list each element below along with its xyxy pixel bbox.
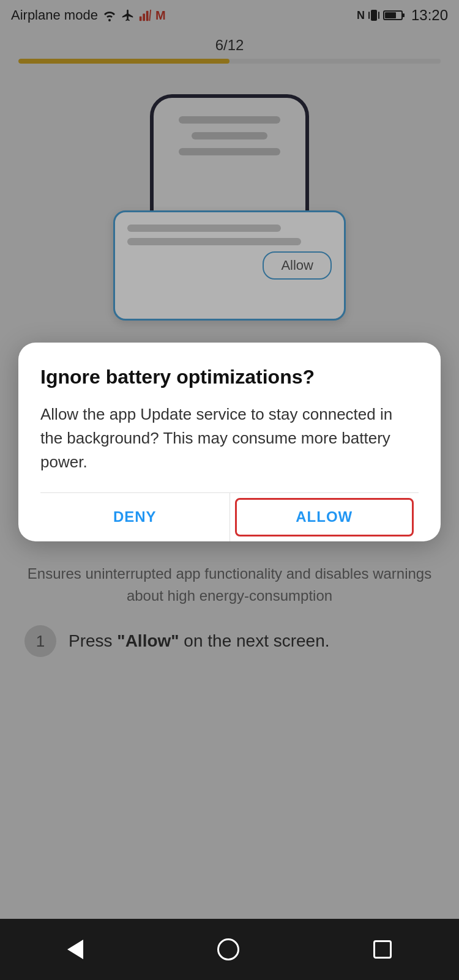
deny-button[interactable]: DENY <box>40 493 230 541</box>
allow-button[interactable]: ALLOW <box>230 493 419 541</box>
dialog-title: Ignore battery optimizations? <box>40 365 419 390</box>
home-icon <box>217 938 239 960</box>
dialog-body: Allow the app Update service to stay con… <box>40 403 419 474</box>
recent-icon <box>373 940 392 959</box>
back-icon <box>67 940 83 959</box>
nav-back-button[interactable] <box>67 940 83 959</box>
allow-highlight-border <box>235 498 414 536</box>
nav-recent-button[interactable] <box>373 940 392 959</box>
dialog-actions: DENY ALLOW <box>40 492 419 541</box>
nav-bar <box>0 919 459 980</box>
nav-home-button[interactable] <box>217 938 239 960</box>
dialog: Ignore battery optimizations? Allow the … <box>18 343 441 541</box>
